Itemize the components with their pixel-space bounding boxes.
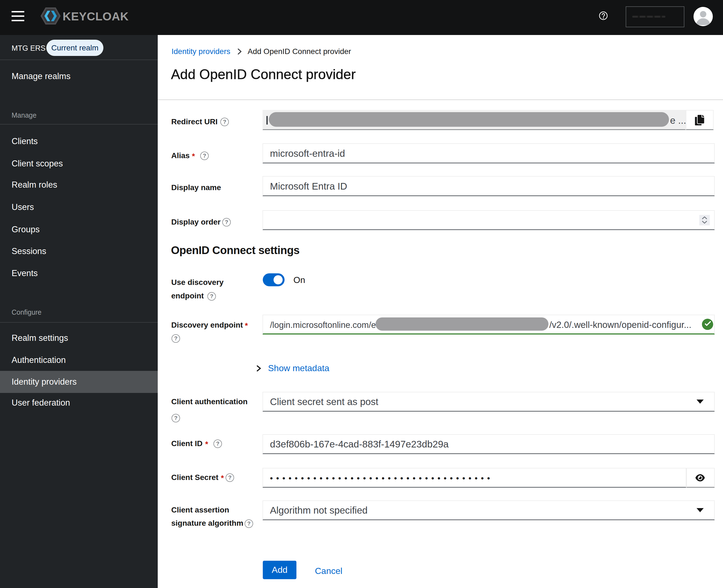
svg-text:KEYCLOAK: KEYCLOAK	[63, 10, 129, 23]
